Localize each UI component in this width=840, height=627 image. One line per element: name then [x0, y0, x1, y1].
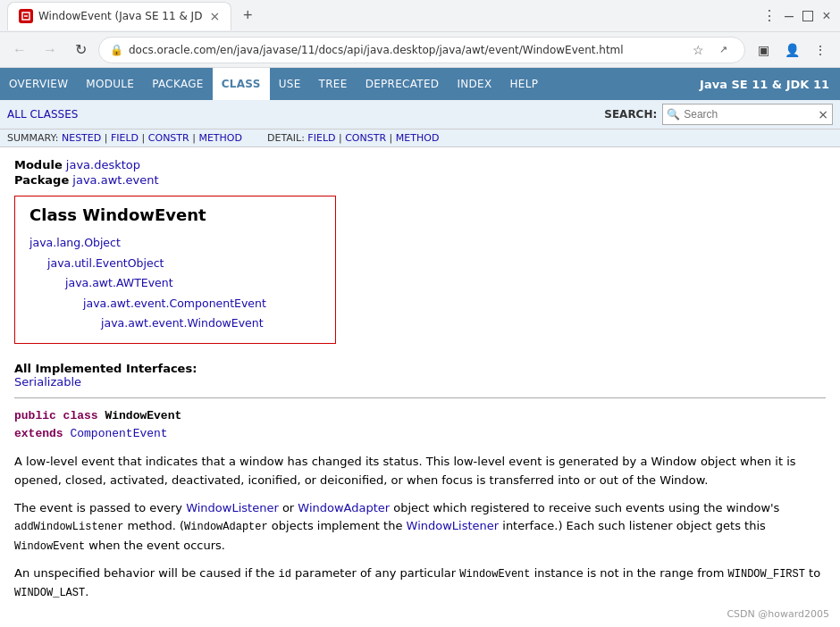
hierarchy-level2: java.awt.AWTEvent — [65, 273, 321, 294]
windowlistener-link-1[interactable]: WindowListener — [186, 501, 279, 514]
description-paragraph-2: The event is passed to every WindowListe… — [14, 499, 826, 556]
browser-menu-button[interactable]: ⋮ — [808, 38, 833, 63]
extends-link[interactable]: ComponentEvent — [70, 427, 167, 440]
interface-serializable[interactable]: Serializable — [14, 375, 81, 389]
search-input-wrapper[interactable]: 🔍 × — [662, 104, 833, 125]
tab-title: WindowEvent (Java SE 11 & JD — [38, 10, 202, 22]
hierarchy-level1: java.util.EventObject — [47, 254, 321, 274]
address-bar[interactable]: 🔒 docs.oracle.com/en/java/javase/11/docs… — [98, 37, 745, 63]
detail-method[interactable]: METHOD — [396, 132, 440, 144]
browser-right-icons: ▣ 👤 ⋮ — [751, 38, 833, 63]
declaration-line1: public class WindowEvent — [14, 407, 826, 426]
nav-deprecated[interactable]: DEPRECATED — [357, 68, 449, 100]
windowlistener-link-2[interactable]: WindowListener — [407, 519, 500, 532]
search-input[interactable] — [684, 108, 818, 121]
address-text: docs.oracle.com/en/java/javase/11/docs/a… — [129, 44, 682, 56]
addwindowlistener-code: addWindowListener — [14, 521, 123, 533]
module-line: Module java.desktop — [14, 158, 826, 171]
hierarchy-link-1[interactable]: java.util.EventObject — [47, 256, 164, 270]
class-box: Class WindowEvent java.lang.Object java.… — [14, 196, 336, 344]
minimize-button[interactable]: ⋮ — [763, 10, 776, 22]
nav-help[interactable]: HELP — [500, 68, 547, 100]
nav-module[interactable]: MODULE — [77, 68, 143, 100]
module-link[interactable]: java.desktop — [66, 158, 140, 171]
page-wrapper: WindowEvent (Java SE 11 & JD × + ⋮ – × ←… — [0, 0, 840, 622]
package-line: Package java.awt.event — [14, 173, 826, 187]
interfaces-label: All Implemented Interfaces: — [14, 362, 197, 375]
forward-button[interactable]: → — [38, 38, 63, 63]
browser-addressbar: ← → ↻ 🔒 docs.oracle.com/en/java/javase/1… — [0, 32, 840, 68]
windowadapter-code: WindowAdapter — [184, 521, 268, 533]
javadoc-toolbar: ALL CLASSES SEARCH: 🔍 × — [0, 100, 840, 130]
minimize-button[interactable]: – — [783, 10, 795, 22]
search-label: SEARCH: — [604, 108, 657, 121]
javadoc-content: Module java.desktop Package java.awt.eve… — [0, 147, 840, 622]
windowevent-code-2: WindowEvent — [459, 568, 530, 581]
class-hierarchy: java.lang.Object java.util.EventObject j… — [29, 233, 321, 334]
javadoc-title: Java SE 11 & JDK 11 — [700, 78, 840, 91]
windowevent-code: WindowEvent — [14, 540, 85, 553]
declaration-line2: extends ComponentEvent — [14, 425, 826, 444]
package-link[interactable]: java.awt.event — [72, 173, 158, 187]
window-controls: ⋮ – × — [763, 10, 833, 22]
javadoc-navbar: OVERVIEW MODULE PACKAGE CLASS USE TREE D… — [0, 68, 840, 100]
nav-tree[interactable]: TREE — [310, 68, 357, 100]
description-paragraph-1: A low-level event that indicates that a … — [14, 453, 826, 490]
hierarchy-level4: java.awt.event.WindowEvent — [101, 314, 321, 334]
hierarchy-link-2[interactable]: java.awt.AWTEvent — [65, 276, 173, 289]
detail-field[interactable]: FIELD — [307, 132, 335, 144]
detail-label: DETAIL: — [267, 132, 305, 144]
new-tab-button[interactable]: + — [235, 4, 260, 29]
search-container: SEARCH: 🔍 × — [604, 104, 833, 125]
nav-package[interactable]: PACKAGE — [143, 68, 212, 100]
window-first-code: WINDOW_FIRST — [728, 568, 805, 581]
search-clear-icon[interactable]: × — [818, 108, 828, 121]
all-classes-link[interactable]: ALL CLASSES — [7, 108, 78, 121]
interfaces-section: All Implemented Interfaces: Serializable — [14, 362, 826, 389]
maximize-button[interactable] — [802, 11, 813, 21]
close-button[interactable]: × — [820, 10, 833, 22]
description-paragraph-3: An unspecified behavior will be caused i… — [14, 564, 826, 602]
bookmark-button[interactable]: ☆ — [687, 39, 709, 61]
reload-button[interactable]: ↻ — [68, 38, 93, 63]
share-button[interactable]: ↗ — [712, 39, 734, 61]
hierarchy-level0: java.lang.Object — [29, 233, 321, 254]
lock-icon: 🔒 — [110, 44, 123, 56]
search-magnifier-icon: 🔍 — [667, 108, 680, 121]
tab-close-button[interactable]: × — [209, 9, 220, 23]
hierarchy-link-0[interactable]: java.lang.Object — [29, 236, 121, 249]
summary-field[interactable]: FIELD — [111, 132, 139, 144]
nav-index[interactable]: INDEX — [448, 68, 500, 100]
window-last-code: WINDOW_LAST — [14, 587, 85, 599]
section-divider — [14, 397, 826, 398]
user-account-button[interactable]: 👤 — [779, 38, 804, 63]
back-button[interactable]: ← — [7, 38, 32, 63]
nav-use[interactable]: USE — [270, 68, 310, 100]
interfaces-links: Serializable — [14, 375, 826, 389]
detail-constr[interactable]: CONSTR — [345, 132, 386, 144]
class-declaration: public class WindowEvent extends Compone… — [14, 407, 826, 445]
summary-label: SUMMARY: — [7, 132, 58, 144]
summary-method[interactable]: METHOD — [198, 132, 242, 144]
javadoc-summary-bar: SUMMARY: NESTED | FIELD | CONSTR | METHO… — [0, 130, 840, 147]
sidebar-toggle-button[interactable]: ▣ — [751, 38, 776, 63]
id-code: id — [279, 568, 291, 581]
hierarchy-level3: java.awt.event.ComponentEvent — [83, 294, 321, 314]
package-label: Package — [14, 173, 69, 187]
keyword-extends: extends — [14, 427, 63, 440]
browser-favicon — [19, 9, 33, 23]
address-actions: ☆ ↗ — [687, 39, 734, 61]
browser-tab[interactable]: WindowEvent (Java SE 11 & JD × — [7, 2, 231, 30]
keyword-public: public class — [14, 409, 98, 422]
watermark: CSDN @howard2005 — [727, 608, 829, 620]
class-name: WindowEvent — [105, 409, 181, 422]
hierarchy-link-3[interactable]: java.awt.event.ComponentEvent — [83, 297, 266, 310]
summary-constr[interactable]: CONSTR — [148, 132, 189, 144]
browser-titlebar: WindowEvent (Java SE 11 & JD × + ⋮ – × — [0, 0, 840, 32]
nav-class[interactable]: CLASS — [213, 68, 270, 100]
summary-nested[interactable]: NESTED — [62, 132, 101, 144]
module-label: Module — [14, 158, 63, 171]
hierarchy-link-4[interactable]: java.awt.event.WindowEvent — [101, 316, 264, 330]
windowadapter-link-1[interactable]: WindowAdapter — [298, 501, 390, 514]
nav-overview[interactable]: OVERVIEW — [0, 68, 77, 100]
